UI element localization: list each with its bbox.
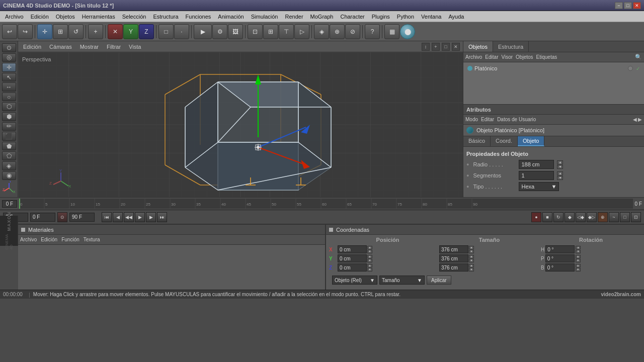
- minimize-button[interactable]: −: [615, 2, 623, 9]
- tab-estructura[interactable]: Estructura: [493, 41, 529, 52]
- tab-basico[interactable]: Básico: [463, 136, 491, 146]
- x-axis-button[interactable]: ✕: [108, 24, 123, 39]
- mat-textura[interactable]: Textura: [84, 237, 100, 242]
- points-mode-button[interactable]: ·: [174, 24, 189, 39]
- timeline-ruler[interactable]: 0 5 10 15 20 25 30 35 40 45 50 55 60 65 …: [19, 199, 633, 209]
- vp-mostrar[interactable]: Mostrar: [78, 43, 101, 50]
- viewport[interactable]: Perspectiva X Y Z: [18, 52, 463, 197]
- brush-button[interactable]: ◉: [2, 171, 16, 180]
- h-rot-up[interactable]: ▲: [576, 246, 581, 249]
- p-rot-input[interactable]: [545, 254, 575, 262]
- menu-ayuda[interactable]: Ayuda: [445, 13, 467, 21]
- menu-render[interactable]: Render: [282, 13, 306, 21]
- list-item-platonico[interactable]: Platónico ✓: [465, 64, 642, 72]
- step-back-button[interactable]: ◀: [113, 212, 123, 222]
- play-button[interactable]: ▶: [135, 212, 145, 222]
- viewport-solo-button[interactable]: ◎: [2, 53, 16, 62]
- z-size-up[interactable]: ▲: [469, 264, 474, 267]
- z-pos-down[interactable]: ▼: [367, 268, 372, 272]
- guide-button[interactable]: ⊘: [345, 24, 360, 39]
- menu-mograph[interactable]: MoGraph: [307, 13, 337, 21]
- vp-vista[interactable]: Vista: [127, 43, 143, 50]
- radio-spin-down[interactable]: ▼: [557, 165, 563, 169]
- y-pos-down[interactable]: ▼: [367, 259, 372, 262]
- edge-select-button[interactable]: ⬢: [2, 112, 16, 121]
- single-view-button[interactable]: ⊡: [248, 24, 263, 39]
- rotate-tool-button[interactable]: ↺: [68, 24, 84, 39]
- paint-button[interactable]: ✏: [2, 122, 16, 131]
- knife-button[interactable]: ⬛: [2, 132, 16, 141]
- extra1-btn[interactable]: □: [620, 212, 630, 222]
- vp-camaras[interactable]: Cámaras: [47, 43, 74, 50]
- b-rot-input[interactable]: [545, 263, 575, 272]
- menu-archivo[interactable]: Archivo: [2, 13, 27, 21]
- obj-objetos[interactable]: Objetos: [516, 54, 533, 60]
- obj-archivo[interactable]: Archivo: [465, 54, 482, 60]
- attr-nav-back[interactable]: ◀: [633, 117, 637, 122]
- polygon-select-button[interactable]: ⬡: [2, 102, 16, 111]
- menu-character[interactable]: Character: [337, 13, 367, 21]
- object-mode-button[interactable]: □: [158, 24, 174, 39]
- render-view-button[interactable]: ▶: [194, 24, 212, 39]
- record-button[interactable]: ⊙: [57, 212, 67, 222]
- tipo-dropdown[interactable]: Hexa ▼: [519, 182, 559, 191]
- jump-start-button[interactable]: ⏮: [102, 212, 112, 222]
- x-pos-input[interactable]: [338, 245, 367, 253]
- attr-modo[interactable]: Modo: [465, 117, 478, 122]
- obj-search-icon[interactable]: 🔍: [635, 54, 642, 60]
- move-button[interactable]: ✛: [2, 63, 16, 72]
- camera-control-button[interactable]: ⊙: [2, 43, 16, 52]
- lasso-button[interactable]: ○: [2, 93, 16, 102]
- render-to-picture-viewer[interactable]: 🖼: [228, 24, 243, 39]
- y-size-up[interactable]: ▲: [469, 255, 474, 258]
- menu-estructura[interactable]: Estructura: [150, 13, 181, 21]
- step-forward-button[interactable]: ▶: [146, 212, 156, 222]
- loop-btn[interactable]: ↻: [553, 212, 564, 222]
- h-rot-input[interactable]: [545, 245, 575, 253]
- obj-visor[interactable]: Visor: [501, 54, 513, 60]
- z-size-down[interactable]: ▼: [469, 268, 474, 272]
- vp-ctrl-3[interactable]: □: [442, 43, 450, 51]
- x-pos-down[interactable]: ▼: [367, 250, 372, 253]
- tab-objects[interactable]: Objetos: [463, 41, 493, 52]
- obj-checkmark[interactable]: ✓: [636, 66, 640, 71]
- extra2-btn[interactable]: ⊡: [631, 212, 641, 222]
- menu-animacion[interactable]: Animación: [215, 13, 247, 21]
- undo-button[interactable]: ↩: [2, 24, 17, 39]
- mat-edicion[interactable]: Edición: [41, 237, 57, 242]
- vp-edicion[interactable]: Edición: [21, 43, 43, 50]
- vp-ctrl-4[interactable]: ✕: [452, 43, 460, 51]
- menu-edicion[interactable]: Edición: [28, 13, 52, 21]
- y-pos-input[interactable]: [338, 254, 367, 262]
- four-view-button[interactable]: ⊞: [263, 24, 278, 39]
- scale-left-button[interactable]: ↔: [2, 82, 16, 92]
- p-rot-down[interactable]: ▼: [576, 259, 581, 262]
- menu-seleccion[interactable]: Selección: [119, 13, 149, 21]
- jump-end-button[interactable]: ⏭: [157, 212, 167, 222]
- snap-button[interactable]: ◈: [314, 24, 329, 39]
- end-frame-input[interactable]: [69, 213, 95, 222]
- seg-spin-up[interactable]: ▲: [557, 171, 563, 175]
- close-button[interactable]: ✕: [633, 2, 641, 9]
- coord-type-dropdown[interactable]: Tamaño ▼: [379, 276, 425, 285]
- select-button[interactable]: ↖: [2, 73, 16, 82]
- obj-etiquetas[interactable]: Etiquetas: [536, 54, 557, 60]
- menu-objetos[interactable]: Objetos: [53, 13, 78, 21]
- maximize-button[interactable]: □: [624, 2, 632, 9]
- b-rot-up[interactable]: ▲: [576, 264, 581, 267]
- menu-ventana[interactable]: Ventana: [418, 13, 444, 21]
- move-tool-button[interactable]: ✛: [37, 24, 52, 39]
- radio-spin-up[interactable]: ▲: [557, 160, 563, 164]
- timeline-playhead[interactable]: [19, 199, 20, 209]
- vp-ctrl-2[interactable]: +: [432, 43, 440, 51]
- scale-tool-button[interactable]: ⊞: [53, 24, 68, 39]
- play-reverse-button[interactable]: ◀◀: [124, 212, 134, 222]
- tab-coord[interactable]: Coord.: [491, 136, 518, 146]
- z-pos-up[interactable]: ▲: [367, 264, 372, 267]
- mat-funcion[interactable]: Función: [61, 237, 79, 242]
- apply-button[interactable]: Aplicar: [427, 276, 451, 285]
- x-size-up[interactable]: ▲: [469, 246, 474, 249]
- menu-simulacion[interactable]: Simulación: [248, 13, 281, 21]
- coord-mode-dropdown[interactable]: Objeto (Rel) ▼: [332, 276, 377, 285]
- rec-btn[interactable]: ●: [531, 212, 541, 222]
